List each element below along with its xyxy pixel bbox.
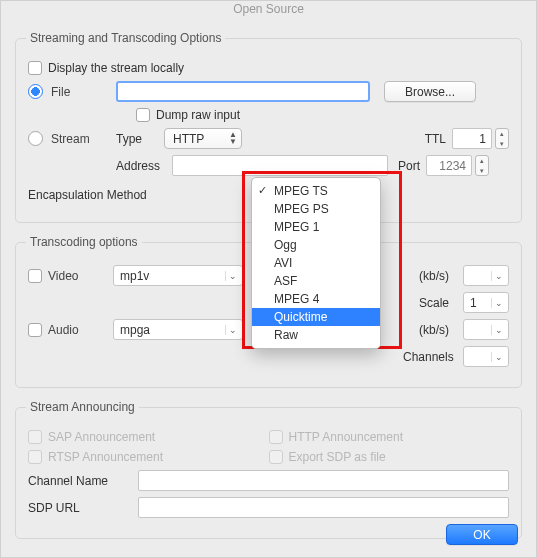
dialog-window: Open Source Streaming and Transcoding Op… — [0, 0, 537, 558]
scale-value: 1 — [470, 296, 477, 310]
address-label: Address — [116, 159, 172, 173]
channel-name-input[interactable] — [138, 470, 509, 491]
chevron-down-icon: ⌄ — [225, 325, 239, 335]
http-ann-label: HTTP Announcement — [289, 430, 404, 444]
encapsulation-menu-item[interactable]: ✓MPEG TS — [252, 182, 380, 200]
sdp-url-input[interactable] — [138, 497, 509, 518]
chevron-down-icon: ⌄ — [491, 325, 505, 335]
video-checkbox[interactable] — [28, 269, 42, 283]
stream-radio-label: Stream — [51, 132, 116, 146]
chevron-down-icon: ⌄ — [491, 298, 505, 308]
group-announce-legend: Stream Announcing — [26, 400, 139, 414]
address-input[interactable] — [172, 155, 388, 176]
rtsp-checkbox — [28, 450, 42, 464]
video-codec-value: mp1v — [120, 269, 149, 283]
output-file-radio[interactable] — [28, 84, 43, 99]
ttl-stepper[interactable]: ▴▾ — [495, 128, 509, 149]
scale-combo[interactable]: 1 ⌄ — [463, 292, 509, 313]
encapsulation-menu-item[interactable]: Ogg — [252, 236, 380, 254]
group-streaming-legend: Streaming and Transcoding Options — [26, 31, 225, 45]
video-bitrate-combo[interactable]: ⌄ — [463, 265, 509, 286]
sdp-url-label: SDP URL — [28, 501, 138, 515]
sap-checkbox — [28, 430, 42, 444]
encapsulation-menu-item[interactable]: AVI — [252, 254, 380, 272]
port-stepper[interactable]: ▴▾ — [475, 155, 489, 176]
check-icon: ✓ — [258, 184, 267, 197]
menu-item-label: Quicktime — [274, 310, 327, 324]
chevron-down-icon: ⌄ — [491, 271, 505, 281]
display-locally-checkbox[interactable] — [28, 61, 42, 75]
audio-checkbox[interactable] — [28, 323, 42, 337]
menu-item-label: Raw — [274, 328, 298, 342]
port-label: Port — [398, 159, 420, 173]
encapsulation-menu-item[interactable]: MPEG PS — [252, 200, 380, 218]
video-codec-combo[interactable]: mp1v ⌄ — [113, 265, 243, 286]
menu-item-label: Ogg — [274, 238, 297, 252]
rtsp-label: RTSP Announcement — [48, 450, 163, 464]
audio-bitrate-combo[interactable]: ⌄ — [463, 319, 509, 340]
type-select[interactable]: HTTP ▲▼ — [164, 128, 242, 149]
file-path-input[interactable] — [116, 81, 370, 102]
ok-button[interactable]: OK — [446, 524, 518, 545]
encapsulation-menu-item[interactable]: MPEG 4 — [252, 290, 380, 308]
dump-raw-checkbox[interactable] — [136, 108, 150, 122]
encapsulation-menu-item[interactable]: Raw — [252, 326, 380, 344]
menu-item-label: MPEG 4 — [274, 292, 319, 306]
audio-codec-value: mpga — [120, 323, 150, 337]
kbps-label: (kb/s) — [419, 323, 449, 337]
channel-name-label: Channel Name — [28, 474, 138, 488]
audio-codec-combo[interactable]: mpga ⌄ — [113, 319, 243, 340]
menu-item-label: MPEG 1 — [274, 220, 319, 234]
browse-button[interactable]: Browse... — [384, 81, 476, 102]
display-locally-label: Display the stream locally — [48, 61, 184, 75]
updown-icon: ▲▼ — [229, 131, 237, 145]
scale-label: Scale — [419, 296, 449, 310]
channels-label: Channels — [403, 350, 454, 364]
type-select-value: HTTP — [173, 132, 204, 146]
menu-item-label: AVI — [274, 256, 292, 270]
encapsulation-menu-item[interactable]: Quicktime — [252, 308, 380, 326]
menu-item-label: MPEG PS — [274, 202, 329, 216]
export-sdp-label: Export SDP as file — [289, 450, 386, 464]
encapsulation-menu-item[interactable]: MPEG 1 — [252, 218, 380, 236]
audio-label: Audio — [48, 323, 113, 337]
tab-open-source[interactable]: Open Source — [225, 0, 312, 18]
channels-combo[interactable]: ⌄ — [463, 346, 509, 367]
port-input[interactable] — [426, 155, 472, 176]
encapsulation-label: Encapsulation Method — [28, 188, 147, 202]
menu-item-label: MPEG TS — [274, 184, 328, 198]
sap-label: SAP Announcement — [48, 430, 155, 444]
group-transcoding-legend: Transcoding options — [26, 235, 142, 249]
menu-item-label: ASF — [274, 274, 297, 288]
dump-raw-label: Dump raw input — [156, 108, 240, 122]
video-label: Video — [48, 269, 113, 283]
kbps-label: (kb/s) — [419, 269, 449, 283]
group-announce: Stream Announcing SAP Announcement HTTP … — [15, 400, 522, 539]
chevron-down-icon: ⌄ — [225, 271, 239, 281]
ttl-label: TTL — [425, 132, 446, 146]
output-stream-radio[interactable] — [28, 131, 43, 146]
type-label: Type — [116, 132, 164, 146]
export-sdp-checkbox — [269, 450, 283, 464]
chevron-down-icon: ⌄ — [491, 352, 505, 362]
encapsulation-menu[interactable]: ✓MPEG TSMPEG PSMPEG 1OggAVIASFMPEG 4Quic… — [251, 177, 381, 349]
file-radio-label: File — [51, 85, 116, 99]
ttl-input[interactable] — [452, 128, 492, 149]
http-ann-checkbox — [269, 430, 283, 444]
encapsulation-menu-item[interactable]: ASF — [252, 272, 380, 290]
